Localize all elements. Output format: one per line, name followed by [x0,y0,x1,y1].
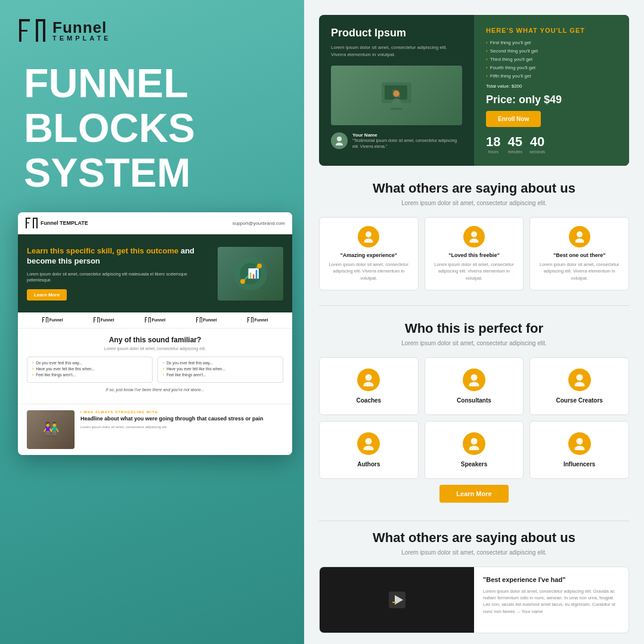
who-label-authors: Authors [327,461,411,467]
pain-item-3: Feel like things aren't... [32,373,147,377]
svg-rect-5 [43,19,45,42]
svg-rect-23 [48,317,48,323]
mockup-logo-3: Funnel [145,317,166,323]
who-label-consultants: Consultants [432,397,516,404]
mockup-hero-headline: Learn this specific skill, get this outc… [27,246,210,267]
story-text: Lorem ipsum dolor sit amet, consectetur … [80,425,283,430]
svg-point-55 [366,231,371,237]
svg-point-71 [576,438,583,444]
svg-point-64 [469,382,479,386]
t-quote-1: "Amazing experience" [327,252,411,258]
sales-left: Product Ipsum Lorem ipsum dolor sit amet… [319,15,474,166]
who-avatar-influencers [568,432,591,455]
story-content: I WAS ALWAYS STRUGGLING WITH Headline ab… [80,410,283,449]
who-card-influencers: Influencers [530,421,629,479]
svg-point-59 [577,231,583,237]
hours-label: hours [486,150,500,154]
svg-point-58 [469,239,478,243]
svg-rect-39 [200,317,200,323]
svg-point-66 [574,382,584,386]
mockup-header: Funnel TEMPLATE support@yourbrand.com [18,212,292,234]
brand-name: Funnel [52,20,111,35]
svg-rect-20 [42,320,44,320]
countdown: 18 hours 45 minutes 40 seconds [486,134,617,154]
left-panel: Funnel TEMPLATE FUNNEL BLOCKS SYSTEM Fun… [0,0,304,644]
svg-rect-32 [145,320,147,320]
who-sub: Lorem ipsum dolor sit amet, consectetur … [319,340,629,346]
minutes-label: minutes [507,150,522,154]
what-others-sub-2: Lorem ipsum dolor sit amet, consectetur … [319,549,629,556]
story-image: 👫 [27,410,75,449]
mockup-learn-more-button[interactable]: Learn More [27,289,67,301]
who-avatar-authors [357,432,380,455]
pain-box-right: Do you ever feel this way... Have you ev… [157,357,283,383]
svg-rect-3 [36,19,38,42]
t-text-1: Lorem ipsum dolor sit amet, consectetur … [327,261,411,281]
mockup-logo-1: Funnel [42,317,63,323]
pain-item-5: Have you ever felt like this when... [163,367,278,371]
testimonial-card-1: "Amazing experience" Lorem ipsum dolor s… [319,217,419,290]
testimonial-card-3: "Best one out there" Lorem ipsum dolor s… [530,217,629,290]
mockup-hero: Learn this specific skill, get this outc… [18,234,292,312]
who-card-authors: Authors [319,421,419,479]
product-image: 🥘 [331,66,462,125]
svg-point-60 [575,239,584,243]
svg-text:🥘: 🥘 [392,89,401,98]
video-placeholder[interactable] [320,567,474,633]
familiar-sub: Lorem ipsum dolor sit amet, consectetur … [27,346,283,351]
sales-item-5: Fifth thing you'll get [486,73,617,79]
enroll-button[interactable]: Enroll Now [486,111,541,127]
who-avatar-consultants [463,369,485,391]
svg-rect-51 [391,108,402,110]
t-avatar-1 [358,226,379,247]
who-section: Who this is perfect for Lorem ipsum dolo… [304,306,644,521]
svg-rect-9 [33,218,34,228]
who-learn-more-button[interactable]: Learn More [439,485,508,503]
video-body: Lorem ipsum dolor sit amet, consectetur … [483,588,620,615]
mockup-hero-image: 📊 [218,247,283,301]
logo-icon [18,18,47,43]
sales-right: HERE'S WHAT YOU'LL GET First thing you'l… [474,15,629,166]
mockup-hero-sub: Lorem ipsum dolor sit amet, consectetur … [27,271,210,283]
sales-item-4: Fourth thing you'll get [486,65,617,70]
svg-point-67 [366,438,372,444]
testimonial-text: Your Name "Testimonial ipsum dolor sit a… [352,132,462,150]
story-headline: Headline about what you were going throu… [80,416,283,423]
countdown-seconds: 40 seconds [530,134,545,154]
t-quote-2: "Loved this freebie" [432,252,516,258]
pain-item-4: Do you ever feel this way... [163,361,278,365]
who-avatar-speakers [463,432,485,455]
video-testimonial-section: What others are saying about us Lorem ip… [304,521,644,644]
familiar-title: Any of this sound familiar? [27,336,283,344]
what-others-sub: Lorem ipsum dolor sit amet, consectetur … [319,200,629,206]
seconds-label: seconds [530,150,545,154]
main-headline: FUNNEL BLOCKS SYSTEM [18,61,286,194]
pain-item-6: Feel like things aren't... [163,373,278,377]
who-card-creators: Course Creators [530,357,629,415]
svg-rect-11 [36,218,38,228]
mockup-email: support@yourbrand.com [233,221,285,226]
if-so-text: If so, just know I've been there and you… [27,388,283,392]
testimonials-grid: "Amazing experience" Lorem ipsum dolor s… [319,217,629,290]
svg-rect-2 [19,30,27,32]
video-quote: "Best experience I've had" [483,576,620,583]
svg-rect-29 [99,317,100,323]
testimonial-row: Your Name "Testimonial ipsum dolor sit a… [331,132,462,150]
svg-point-56 [364,239,373,243]
svg-point-53 [337,137,342,141]
logo-text: Funnel TEMPLATE [52,20,111,42]
what-others-title-2: What others are saying about us [319,530,629,546]
svg-point-15 [240,279,245,284]
svg-point-68 [364,445,374,450]
testimonial-card-2: "Loved this freebie" Lorem ipsum dolor s… [425,217,524,290]
t-quote-3: "Best one out there" [537,252,621,258]
svg-point-54 [336,143,343,145]
product-title: Product Ipsum [331,27,462,39]
countdown-hours: 18 hours [486,134,500,154]
who-title: Who this is perfect for [319,321,629,336]
testimonial-avatar [331,132,348,149]
who-card-speakers: Speakers [425,421,524,479]
svg-point-69 [470,438,477,444]
seconds-value: 40 [530,134,545,150]
svg-point-70 [469,445,479,450]
